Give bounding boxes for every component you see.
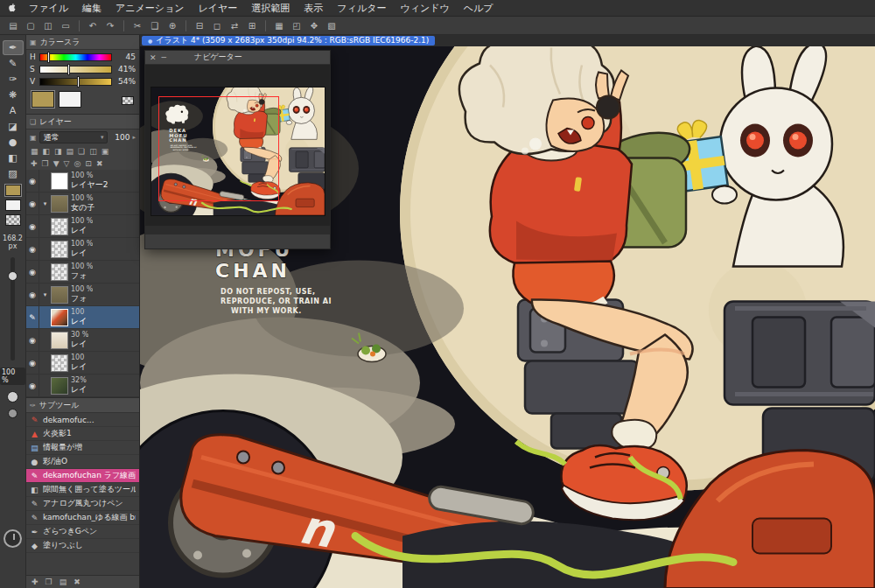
create-mask-icon[interactable]: ◎	[74, 160, 80, 168]
subtool-item[interactable]: ✒ ざらつきGペン	[26, 525, 139, 539]
layer-row[interactable]: 100 レイ	[26, 352, 139, 374]
layer-row[interactable]: 100 % フォ	[26, 284, 139, 306]
navigator-viewport-rect[interactable]	[158, 96, 279, 201]
filter-layer-icon[interactable]: ▦	[31, 148, 38, 156]
fill-tool-icon[interactable]: ◧	[3, 150, 24, 165]
cut-icon[interactable]: ✂	[130, 18, 145, 32]
menu-item[interactable]: 選択範囲	[244, 2, 297, 15]
add-subtool-icon[interactable]: ✚	[32, 578, 38, 586]
deselect-icon[interactable]: ⊟	[192, 18, 207, 32]
layer-visibility-icon[interactable]	[29, 221, 36, 231]
snap-ruler-icon[interactable]: ▦	[271, 18, 287, 32]
menu-item[interactable]: アニメーション	[108, 2, 192, 15]
subtool-settings-icon[interactable]: ▤	[60, 578, 67, 586]
color-wheel-button[interactable]	[7, 391, 18, 402]
layer-thumbnail[interactable]	[51, 332, 68, 349]
close-icon[interactable]: ✕	[150, 53, 157, 62]
invert-selection-icon[interactable]: ◻	[209, 18, 225, 32]
stopwatch-icon[interactable]	[4, 529, 22, 548]
pen-tool-icon[interactable]: ✒	[3, 40, 24, 55]
layer-thumbnail[interactable]	[51, 263, 68, 281]
layer-thumbnail[interactable]	[51, 377, 68, 395]
transparent-swatch[interactable]	[122, 96, 134, 105]
separator[interactable]	[265, 20, 266, 32]
slider-track[interactable]	[39, 53, 112, 61]
subtool-item[interactable]: ◆ 塗りつぶし	[26, 539, 139, 553]
reference-layer-icon[interactable]: ❏	[78, 148, 85, 156]
layer-thumbnail[interactable]	[51, 309, 68, 326]
brush-tool-icon[interactable]: ✑	[3, 72, 24, 87]
menu-item[interactable]: 表示	[297, 2, 330, 15]
slider-knob[interactable]	[77, 76, 80, 88]
layer-row[interactable]: 30 % レイ	[26, 329, 139, 352]
minimize-icon[interactable]: ─	[162, 53, 166, 62]
layer-visibility-icon[interactable]	[29, 199, 36, 208]
menu-item[interactable]: ウィンドウ	[393, 2, 456, 15]
menu-item[interactable]: フィルター	[330, 2, 393, 15]
blend-tool-icon[interactable]: ●	[3, 135, 24, 150]
eraser-tool-icon[interactable]: ◪	[3, 119, 24, 134]
lock-layer-icon[interactable]: ◧	[43, 148, 51, 156]
new-canvas-icon[interactable]: ▢	[23, 18, 38, 32]
lock-alpha-icon[interactable]: ◨	[54, 148, 62, 156]
document-tab[interactable]: ● イラスト 4* (3509 x 2683px 350dpi 94.2% : …	[142, 36, 435, 46]
current-color-swatch[interactable]	[32, 91, 54, 108]
navigator-preview[interactable]	[145, 65, 330, 234]
separator[interactable]	[186, 20, 186, 32]
apply-mask-icon[interactable]: ⊡	[85, 160, 92, 168]
layer-row[interactable]: 100 % レイ	[26, 238, 139, 261]
layer-thumbnail[interactable]	[51, 195, 68, 213]
layer-visibility-icon[interactable]	[29, 267, 36, 276]
layer-color-icon[interactable]: ▣	[102, 148, 109, 156]
menu-item[interactable]: ヘルプ	[457, 2, 500, 15]
layer-opacity-value[interactable]: 100	[110, 133, 130, 142]
subtool-item[interactable]: ▲ 火炎影1	[26, 427, 139, 441]
layer-thumbnail[interactable]	[51, 286, 68, 304]
subtool-item[interactable]: ✎ アナログ風丸つけペン	[26, 497, 139, 511]
main-color-chip[interactable]	[5, 185, 21, 196]
undo-icon[interactable]: ↶	[85, 18, 101, 32]
subtool-item[interactable]: ▤ 情報量が増	[26, 441, 139, 455]
slider-knob[interactable]	[67, 64, 70, 75]
layer-row[interactable]: 100 % 女の子	[26, 192, 139, 215]
sub-color-chip[interactable]	[5, 200, 21, 211]
merge-down-icon[interactable]: ▽	[64, 160, 70, 168]
subtool-item[interactable]: ● 彩/油O	[26, 455, 139, 469]
rotate-view-icon[interactable]: ✥	[306, 18, 322, 32]
layer-row[interactable]: 32% レイ	[26, 374, 139, 397]
slider-knob[interactable]	[8, 271, 18, 281]
new-folder-icon[interactable]: ❐	[42, 160, 49, 168]
paste-icon[interactable]: ⊕	[164, 18, 180, 32]
brush-size-slider[interactable]	[10, 257, 15, 360]
menu-item[interactable]: ファイル	[22, 2, 75, 15]
folder-expander-icon[interactable]	[42, 291, 48, 298]
menu-item[interactable]: レイヤー	[192, 2, 245, 15]
gradient-knob-button[interactable]	[8, 409, 18, 418]
border-selection-icon[interactable]: ⇄	[227, 18, 242, 32]
new-layer-icon[interactable]: ✚	[31, 160, 38, 168]
slider-track[interactable]	[39, 78, 112, 86]
layer-thumbnail[interactable]	[51, 354, 68, 372]
layer-visibility-icon[interactable]	[29, 244, 36, 254]
duplicate-subtool-icon[interactable]: ❐	[46, 578, 52, 586]
slider-track[interactable]	[39, 66, 112, 74]
layer-row[interactable]: 100 レイ	[26, 306, 139, 329]
layer-visibility-icon[interactable]	[29, 312, 36, 322]
layer-panel-header[interactable]: ❏ レイヤー	[26, 115, 139, 130]
grid-icon[interactable]: ⊞	[244, 18, 260, 32]
subtool-item[interactable]: ◧ 隙間無く囲って塗るツール	[26, 483, 139, 497]
color-panel-header[interactable]: ▣ カラースラ	[26, 35, 139, 50]
layer-row[interactable]: 100 % レイヤー2	[26, 170, 139, 192]
folder-expander-icon[interactable]	[42, 200, 48, 207]
layer-thumbnail[interactable]	[51, 218, 68, 235]
save-file-icon[interactable]: ▭	[58, 18, 74, 32]
delete-subtool-icon[interactable]: ✖	[74, 578, 80, 586]
subtool-item[interactable]: ✎ dekamofuc...	[26, 413, 139, 427]
draft-layer-icon[interactable]: ◫	[89, 148, 97, 156]
transfer-down-icon[interactable]: ▼	[53, 160, 60, 168]
secondary-color-swatch[interactable]	[59, 91, 81, 108]
layer-visibility-icon[interactable]	[29, 335, 36, 345]
blend-mode-dropdown[interactable]: 通常 ▾	[39, 131, 108, 144]
hsv-slider-row[interactable]: V 54%	[26, 74, 139, 87]
separator[interactable]	[79, 20, 80, 32]
